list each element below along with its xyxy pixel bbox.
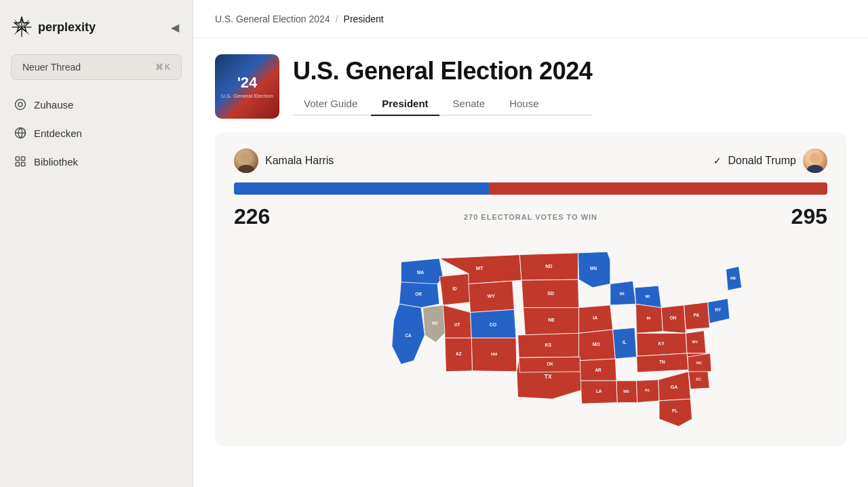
svg-rect-11	[22, 163, 25, 166]
winner-checkmark: ✓	[713, 155, 722, 166]
svg-text:AZ: AZ	[456, 351, 462, 356]
new-thread-button[interactable]: Neuer Thread ⌘ K	[11, 54, 182, 80]
svg-text:AR: AR	[595, 368, 601, 372]
sidebar-navigation: Zuhause Entdecken Bibliothe	[0, 91, 193, 175]
svg-text:NC: NC	[696, 361, 703, 365]
harris-electoral-votes: 226	[234, 204, 270, 229]
svg-text:WY: WY	[488, 294, 496, 298]
svg-point-14	[810, 153, 821, 163]
tab-president[interactable]: President	[371, 92, 439, 116]
svg-text:IA: IA	[593, 315, 597, 320]
sidebar-item-home-label: Zuhause	[34, 99, 73, 111]
democrat-bar	[234, 182, 489, 195]
svg-rect-8	[16, 157, 19, 160]
svg-text:MT: MT	[476, 265, 484, 271]
svg-text:IN: IN	[646, 316, 650, 320]
svg-text:OH: OH	[670, 315, 677, 320]
sidebar-item-library[interactable]: Bibliothek	[5, 148, 187, 175]
electoral-votes-label: 270 ELECTORAL VOTES TO WIN	[464, 213, 597, 221]
svg-text:KY: KY	[658, 341, 665, 346]
svg-text:ME: ME	[730, 276, 736, 280]
sidebar-item-library-label: Bibliothek	[34, 156, 78, 168]
svg-text:NE: NE	[548, 317, 555, 322]
logo-text: perplexity	[38, 20, 96, 35]
trump-name: Donald Trump	[728, 155, 797, 167]
svg-text:TX: TX	[545, 373, 552, 380]
republican-bar	[489, 182, 827, 195]
svg-text:MI: MI	[646, 294, 650, 298]
harris-name: Kamala Harris	[265, 155, 334, 167]
svg-text:NM: NM	[491, 352, 497, 356]
sidebar-item-discover[interactable]: Entdecken	[5, 119, 187, 147]
svg-text:UT: UT	[454, 322, 460, 327]
vote-bar	[234, 182, 827, 195]
keyboard-shortcut: ⌘ K	[155, 62, 170, 72]
svg-text:AL: AL	[645, 388, 650, 392]
svg-text:TN: TN	[659, 359, 665, 364]
sidebar-header: perplexity ◀	[0, 11, 193, 49]
harris-avatar	[234, 149, 258, 173]
svg-text:ID: ID	[452, 286, 457, 291]
breadcrumb-separator: /	[336, 14, 338, 24]
svg-text:OR: OR	[415, 292, 422, 296]
svg-text:PA: PA	[694, 313, 700, 317]
svg-text:SC: SC	[696, 377, 702, 381]
svg-point-4	[16, 100, 26, 110]
candidate-harris: Kamala Harris	[234, 149, 334, 173]
breadcrumb: U.S. General Election 2024 / President	[215, 14, 384, 24]
topbar: U.S. General Election 2024 / President	[193, 0, 868, 38]
svg-text:CA: CA	[405, 333, 412, 338]
svg-text:NV: NV	[432, 321, 439, 326]
election-thumbnail: '24 U.S. General Election	[215, 54, 279, 119]
library-icon	[14, 155, 27, 168]
electoral-map: WA OR CA NV ID MT	[234, 240, 827, 430]
svg-point-15	[807, 165, 823, 173]
svg-text:GA: GA	[671, 385, 678, 389]
svg-text:OK: OK	[547, 362, 553, 366]
svg-text:WI: WI	[620, 292, 625, 296]
us-map-svg: WA OR CA NV ID MT	[234, 240, 827, 430]
sidebar: perplexity ◀ Neuer Thread ⌘ K Zuhause	[0, 0, 193, 487]
logo: perplexity	[11, 16, 96, 38]
svg-point-13	[238, 165, 254, 173]
svg-text:LA: LA	[596, 389, 602, 393]
trump-electoral-votes: 295	[791, 204, 827, 229]
svg-text:MS: MS	[623, 389, 629, 393]
home-icon	[14, 98, 27, 111]
page-title: U.S. General Election 2024	[293, 57, 592, 85]
svg-point-5	[18, 102, 22, 106]
svg-rect-10	[16, 163, 19, 166]
thumbnail-year: '24	[221, 74, 273, 92]
candidate-trump: ✓ Donald Trump	[713, 149, 828, 173]
election-header: '24 U.S. General Election U.S. General E…	[215, 54, 846, 119]
svg-text:ND: ND	[545, 264, 552, 269]
tab-house[interactable]: House	[498, 92, 549, 116]
sidebar-item-home[interactable]: Zuhause	[5, 91, 187, 118]
electoral-votes-row: 226 270 ELECTORAL VOTES TO WIN 295	[234, 204, 827, 229]
results-section: Kamala Harris ✓ Donald Trump	[215, 132, 846, 446]
svg-text:SD: SD	[547, 291, 554, 296]
page-content: '24 U.S. General Election U.S. General E…	[193, 38, 868, 487]
svg-text:KS: KS	[545, 343, 551, 347]
trump-avatar	[803, 149, 827, 173]
tab-voter-guide[interactable]: Voter Guide	[293, 92, 368, 116]
candidates-row: Kamala Harris ✓ Donald Trump	[234, 149, 827, 173]
sidebar-item-discover-label: Entdecken	[34, 128, 82, 139]
new-thread-label: Neuer Thread	[22, 62, 81, 73]
breadcrumb-current: President	[344, 14, 384, 24]
tab-senate[interactable]: Senate	[442, 92, 496, 116]
svg-text:MN: MN	[590, 266, 597, 271]
svg-text:MO: MO	[593, 342, 601, 347]
collapse-sidebar-button[interactable]: ◀	[168, 18, 182, 37]
svg-text:NY: NY	[715, 307, 722, 312]
svg-point-12	[241, 153, 252, 163]
perplexity-logo-icon	[11, 16, 33, 38]
breadcrumb-parent[interactable]: U.S. General Election 2024	[215, 14, 330, 24]
thumbnail-subtitle: U.S. General Election	[221, 93, 273, 99]
discover-icon	[14, 126, 27, 140]
collapse-icon: ◀	[171, 21, 179, 34]
svg-text:FL: FL	[672, 408, 678, 413]
election-tabs: Voter Guide President Senate House	[293, 92, 592, 116]
svg-text:WA: WA	[417, 270, 425, 275]
svg-rect-9	[22, 157, 25, 160]
